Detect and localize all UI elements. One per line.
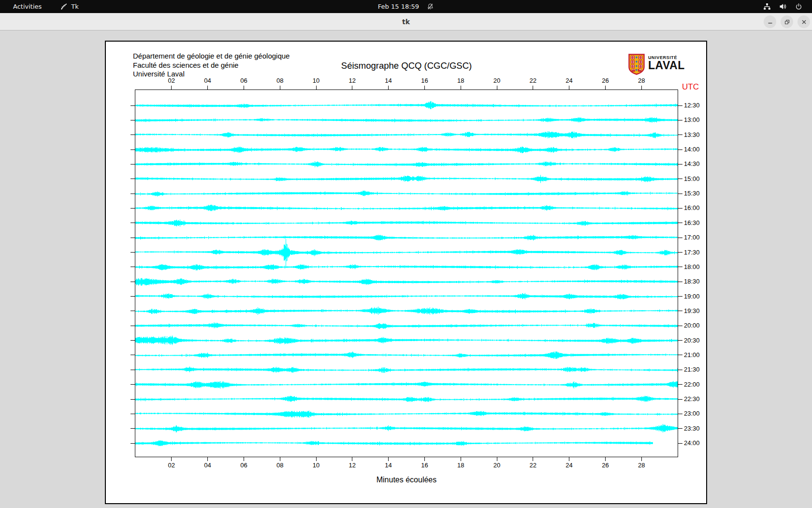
trace-tick-mark-right — [678, 414, 682, 414]
x-tick-label-top: 22 — [526, 77, 540, 84]
x-tick-label-bottom: 10 — [309, 462, 323, 469]
x-tick-mark-top — [533, 86, 533, 90]
x-tick-mark-top — [171, 86, 172, 90]
trace-tick-mark-right — [678, 134, 682, 135]
x-tick-mark-bottom — [352, 457, 352, 461]
x-tick-mark-bottom — [280, 457, 280, 461]
x-tick-label-bottom: 14 — [382, 462, 395, 469]
x-tick-label-bottom: 26 — [598, 462, 612, 469]
x-tick-mark-top — [280, 86, 280, 90]
trace-tick-mark-left — [130, 105, 135, 106]
utc-time-label: 15:00 — [684, 175, 700, 182]
trace-tick-mark-right — [678, 252, 682, 253]
x-tick-label-top: 24 — [563, 77, 576, 84]
trace-tick-mark-left — [130, 179, 135, 179]
x-tick-mark-bottom — [497, 457, 497, 461]
utc-time-label: 22:00 — [684, 381, 700, 388]
utc-time-label: 16:30 — [684, 219, 700, 226]
x-tick-label-bottom: 24 — [563, 462, 576, 469]
trace-tick-mark-left — [130, 238, 135, 238]
laval-shield-icon — [628, 54, 645, 77]
utc-time-label: 17:00 — [684, 234, 700, 241]
trace-tick-mark-right — [678, 179, 682, 179]
x-tick-mark-top — [497, 86, 497, 90]
utc-time-label: 16:00 — [684, 204, 700, 211]
trace-tick-mark-right — [678, 340, 682, 341]
x-axis-label: Minutes écoulées — [106, 476, 707, 484]
x-tick-label-bottom: 28 — [635, 462, 648, 469]
trace-tick-mark-right — [678, 399, 682, 400]
seismogram-plot-area — [135, 90, 678, 457]
trace-tick-mark-right — [678, 384, 682, 385]
utc-time-label: 13:00 — [684, 116, 700, 123]
x-tick-mark-top — [388, 86, 389, 90]
utc-time-label: 18:30 — [684, 278, 700, 285]
x-tick-label-bottom: 20 — [490, 462, 504, 469]
trace-tick-mark-left — [130, 149, 135, 150]
x-tick-label-top: 12 — [346, 77, 359, 84]
x-tick-mark-bottom — [207, 457, 208, 461]
network-icon[interactable] — [763, 3, 771, 10]
utc-time-label: 14:30 — [684, 160, 700, 167]
utc-time-label: 14:00 — [684, 146, 700, 153]
x-tick-mark-top — [424, 86, 425, 90]
utc-time-label: 17:30 — [684, 249, 700, 256]
x-tick-label-top: 28 — [635, 77, 648, 84]
maximize-button[interactable] — [781, 15, 793, 28]
trace-tick-mark-left — [130, 340, 135, 341]
x-tick-mark-top — [605, 86, 606, 90]
window-title: tk — [0, 18, 812, 26]
chart-title: Séismographe QCQ (CGC/GSC) — [106, 60, 707, 71]
x-tick-label-bottom: 18 — [454, 462, 467, 469]
x-tick-label-top: 26 — [598, 77, 612, 84]
x-tick-label-bottom: 06 — [237, 462, 250, 469]
utc-time-label: 12:30 — [684, 102, 700, 109]
trace-tick-mark-left — [130, 223, 135, 223]
app-indicator-label: Tk — [71, 3, 78, 10]
trace-tick-mark-right — [678, 267, 682, 267]
trace-tick-mark-right — [678, 223, 682, 223]
seismograph-canvas — [135, 90, 678, 457]
x-tick-mark-bottom — [533, 457, 533, 461]
trace-tick-mark-left — [130, 267, 135, 267]
trace-tick-mark-right — [678, 164, 682, 164]
trace-tick-mark-right — [678, 208, 682, 209]
x-tick-mark-bottom — [244, 457, 244, 461]
utc-time-label: 18:00 — [684, 263, 700, 270]
trace-tick-mark-left — [130, 296, 135, 297]
utc-axis-label: UTC — [682, 82, 699, 92]
utc-time-label: 23:00 — [684, 410, 700, 417]
trace-tick-mark-right — [678, 326, 682, 326]
x-tick-mark-top — [641, 86, 642, 90]
x-tick-mark-top — [207, 86, 208, 90]
trace-tick-mark-left — [130, 134, 135, 135]
power-icon[interactable] — [795, 3, 802, 10]
volume-icon[interactable] — [779, 3, 787, 10]
clock-label[interactable]: Feb 15 18:59 — [378, 3, 419, 10]
x-tick-label-top: 16 — [418, 77, 431, 84]
utc-time-label: 20:00 — [684, 322, 700, 329]
activities-button[interactable]: Activities — [13, 0, 42, 13]
x-tick-label-bottom: 12 — [346, 462, 359, 469]
app-indicator-tk[interactable]: Tk — [60, 0, 78, 13]
window-title-bar[interactable]: tk — [0, 13, 812, 30]
x-tick-mark-bottom — [171, 457, 172, 461]
x-tick-mark-bottom — [461, 457, 461, 461]
utc-time-label: 21:00 — [684, 351, 700, 359]
x-tick-label-bottom: 16 — [418, 462, 431, 469]
minimize-button[interactable] — [764, 15, 776, 28]
trace-tick-mark-right — [678, 238, 682, 238]
x-tick-label-bottom: 22 — [526, 462, 540, 469]
trace-tick-mark-left — [130, 194, 135, 194]
notifications-muted-icon — [427, 3, 434, 10]
close-button[interactable] — [798, 15, 810, 28]
trace-tick-mark-right — [678, 282, 682, 282]
utc-time-label: 15:30 — [684, 190, 700, 197]
trace-tick-mark-left — [130, 252, 135, 253]
trace-tick-mark-right — [678, 443, 682, 444]
utc-time-label: 24:00 — [684, 439, 700, 447]
trace-tick-mark-left — [130, 399, 135, 400]
x-tick-mark-bottom — [388, 457, 389, 461]
trace-tick-mark-left — [130, 208, 135, 209]
trace-tick-mark-right — [678, 311, 682, 311]
